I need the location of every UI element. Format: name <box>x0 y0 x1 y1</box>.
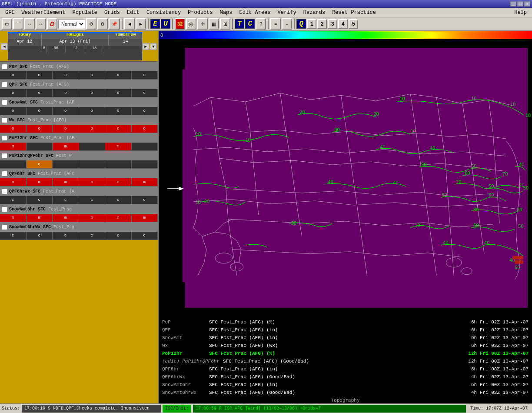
cell-pop12hr-sfc-3[interactable]: m <box>53 143 79 150</box>
cell-pop12hr-qpf6hr-2[interactable]: c <box>27 160 53 168</box>
cell-snowamt6hr-6[interactable]: m <box>132 214 158 222</box>
cell-pop12hr-sfc-1[interactable]: m <box>0 143 27 150</box>
checkbox-qpf-sfc[interactable] <box>2 82 7 87</box>
checkbox-qpf6hrwx-sfc[interactable] <box>2 189 7 194</box>
toolbar-btn-select[interactable]: ▭ <box>2 18 12 30</box>
menu-weather-element[interactable]: WeatherElement <box>18 9 69 17</box>
toolbar-btn-grid[interactable]: ▦ <box>209 18 219 30</box>
toolbar-btn-pin[interactable]: 📌 <box>109 18 120 30</box>
menu-populate[interactable]: Populate <box>69 9 101 17</box>
toolbar-nav-prev[interactable]: ◄ <box>124 18 135 30</box>
map-area[interactable]: 0 <box>159 31 532 403</box>
grid-data-qpf6hrwx-sfc[interactable]: c c c c c c <box>0 196 158 204</box>
cell-qpf6hr-sfc-6[interactable]: m <box>132 178 158 186</box>
toolbar-nav-next[interactable]: ► <box>136 18 146 30</box>
titlebar-buttons[interactable]: _ □ × <box>510 1 530 7</box>
cell-wx-sfc-6[interactable]: o <box>132 125 158 133</box>
mode-select[interactable]: Normal <box>58 19 85 29</box>
toolbar-zoom-level[interactable]: 32 <box>175 18 185 30</box>
menu-consistency[interactable]: Consistency <box>143 9 184 17</box>
grid-data-pop12hr-sfc[interactable]: m m m <box>0 143 158 150</box>
grid-data-snowamt6hr-sfc[interactable]: m m m m m m <box>0 214 158 222</box>
cell-wx-sfc-5[interactable]: o <box>105 125 132 133</box>
checkbox-pop12hr-qpf6hr[interactable] <box>2 153 7 159</box>
toolbar-btn-crosshair[interactable]: ✛ <box>197 18 208 30</box>
checkbox-pop-sfc[interactable] <box>2 64 7 70</box>
cell-qpf-sfc-3[interactable]: o <box>53 89 79 97</box>
menu-help[interactable]: Help <box>511 9 530 17</box>
toolbar-q-icon[interactable]: Q <box>296 19 306 29</box>
toolbar-btn-minus[interactable]: - <box>282 18 292 30</box>
cell-snowamt6hr-3[interactable]: m <box>53 214 79 222</box>
checkbox-snowamt6hr-sfc[interactable] <box>2 206 7 212</box>
cell-qpf-sfc-2[interactable]: o <box>27 89 53 97</box>
cell-qpf6hr-sfc-2[interactable]: m <box>27 178 53 186</box>
toolbar-btn-eq[interactable]: = <box>270 18 281 30</box>
toolbar-btn-zoom-out[interactable]: ↔ <box>36 18 46 30</box>
grid-data-pop12hr-qpf6hr[interactable]: c <box>0 160 158 168</box>
cell-pop12hr-qpf6hr-5[interactable] <box>105 160 132 168</box>
checkbox-snowamt6hrwx-sfc[interactable] <box>2 224 7 230</box>
grid-data-wx-sfc[interactable]: o o o o o o <box>0 125 158 133</box>
menu-verify[interactable]: Verify <box>274 9 300 17</box>
cell-qpf6hrwx-2[interactable]: c <box>27 196 53 204</box>
cell-qpf6hr-sfc-4[interactable]: m <box>79 178 106 186</box>
checkbox-qpf6hr-sfc[interactable] <box>2 171 7 177</box>
cell-qpf6hrwx-4[interactable]: c <box>79 196 106 204</box>
menu-maps[interactable]: Maps <box>216 9 236 17</box>
cell-qpf-sfc-5[interactable]: o <box>105 89 132 97</box>
cell-snowamt-sfc-4[interactable]: o <box>79 107 106 115</box>
checkbox-wx-sfc[interactable] <box>2 117 7 123</box>
cell-snowamt6hrwx-3[interactable]: c <box>53 232 79 240</box>
cell-qpf-sfc-1[interactable]: o <box>0 89 27 97</box>
toolbar-btn-pan[interactable]: ⌒ <box>13 18 23 30</box>
cell-pop-sfc-4[interactable]: o <box>79 71 106 79</box>
cell-snowamt6hr-2[interactable]: m <box>27 214 53 222</box>
toolbar-num-4[interactable]: 4 <box>338 19 348 29</box>
menu-products[interactable]: Products <box>184 9 216 17</box>
cell-pop12hr-sfc-4[interactable] <box>79 143 106 150</box>
minimize-button[interactable]: _ <box>510 1 516 7</box>
menu-edit[interactable]: Edit <box>123 9 143 17</box>
cell-qpf6hrwx-3[interactable]: c <box>53 196 79 204</box>
timeline-scroll-down[interactable]: ▼ <box>150 43 157 50</box>
cell-snowamt6hrwx-4[interactable]: c <box>79 232 106 240</box>
cell-pop12hr-sfc-5[interactable]: m <box>105 143 132 150</box>
cell-snowamt6hrwx-1[interactable]: c <box>0 232 27 240</box>
timeline-scroll-left[interactable]: ◄ <box>1 43 8 50</box>
cell-wx-sfc-2[interactable]: o <box>27 125 53 133</box>
cell-qpf6hrwx-1[interactable]: c <box>0 196 27 204</box>
grid-data-pop-sfc[interactable]: o o o o o o <box>0 71 158 79</box>
checkbox-pop12hr-sfc[interactable] <box>2 135 7 141</box>
cell-pop-sfc-1[interactable]: o <box>0 71 27 79</box>
toolbar-btn-move[interactable]: ⊞ <box>220 18 230 30</box>
cell-pop-sfc-6[interactable]: o <box>132 71 158 79</box>
toolbar-num-5[interactable]: 5 <box>349 19 358 29</box>
cell-wx-sfc-3[interactable]: o <box>53 125 79 133</box>
cell-qpf6hr-sfc-5[interactable]: m <box>105 178 132 186</box>
cell-pop12hr-sfc-6[interactable] <box>132 143 158 150</box>
toolbar-e-icon[interactable]: E <box>150 19 160 29</box>
maximize-button[interactable]: □ <box>517 1 523 7</box>
cell-pop-sfc-5[interactable]: o <box>105 71 132 79</box>
cell-snowamt-sfc-6[interactable]: o <box>132 107 158 115</box>
cell-pop12hr-qpf6hr-6[interactable] <box>132 160 158 168</box>
cell-pop12hr-qpf6hr-4[interactable] <box>79 160 106 168</box>
cell-snowamt6hr-5[interactable]: m <box>105 214 132 222</box>
toolbar-btn-zoom-in[interactable]: ↔ <box>24 18 35 30</box>
grid-data-snowamt6hrwx-sfc[interactable]: c c c c c c <box>0 232 158 240</box>
cell-qpf6hrwx-6[interactable]: c <box>132 196 158 204</box>
cell-snowamt-sfc-3[interactable]: o <box>53 107 79 115</box>
toolbar-btn-d[interactable]: D <box>47 18 57 30</box>
menu-gfe[interactable]: GFE <box>2 9 18 17</box>
toolbar-c-icon[interactable]: C <box>245 19 255 29</box>
toolbar-btn-settings[interactable]: ⚙ <box>86 18 96 30</box>
timeline-scroll-right[interactable]: ► <box>142 43 149 50</box>
menu-hazards[interactable]: Hazards <box>300 9 329 17</box>
cell-pop12hr-qpf6hr-3[interactable] <box>53 160 79 168</box>
cell-pop-sfc-2[interactable]: o <box>27 71 53 79</box>
menu-reset-practice[interactable]: Reset Practice <box>329 9 379 17</box>
toolbar-num-3[interactable]: 3 <box>328 19 337 29</box>
cell-snowamt6hr-1[interactable]: m <box>0 214 27 222</box>
cell-snowamt6hrwx-2[interactable]: c <box>27 232 53 240</box>
